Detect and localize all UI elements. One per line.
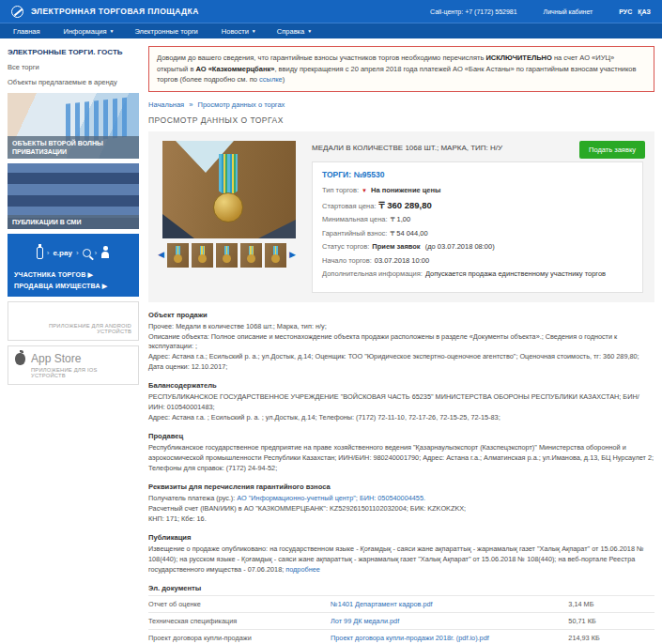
table-row: Техническая спецификация Лот 99 ДК медал…: [148, 612, 654, 629]
document-link[interactable]: №1401 Департамент кадров.pdf: [331, 600, 433, 608]
section-object: Объект продажи Прочее: Медали в количест…: [148, 311, 654, 374]
section-holder: Балансодержатель РЕСПУБЛИКАНСКОЕ ГОСУДАР…: [148, 381, 654, 423]
prev-photo-arrow[interactable]: ◀: [158, 251, 164, 259]
guide-seller-link[interactable]: ПРОДАВЦА ИМУЩЕСТВА ▶: [14, 283, 132, 290]
section-heading: Объект продажи: [148, 311, 654, 319]
site-logo-icon[interactable]: [11, 6, 23, 18]
arrow-right-icon: ›: [47, 249, 50, 257]
torgi-number: ТОРГИ: №95530: [322, 170, 633, 179]
lang-kaz-link[interactable]: ҚАЗ: [638, 8, 651, 15]
photo-thumbnails: ◀ ▶: [158, 243, 300, 268]
lot-title: МЕДАЛИ В КОЛИЧЕСТВЕ 1068 ШТ.; МАРКА, ТИП…: [312, 143, 568, 153]
photo-thumbnail[interactable]: [265, 243, 286, 268]
lot-photo[interactable]: [162, 141, 296, 238]
table-row: Отчет об оценке №1401 Департамент кадров…: [148, 595, 654, 612]
medal-ribbon: [219, 154, 238, 197]
call-center-text: Call-центр: +7 (7172) 552981: [430, 8, 517, 15]
document-link[interactable]: Проект договора купли-продажи 2018г. (pd…: [331, 634, 489, 642]
start-price-row: Стартовая цена:₸ 360 289,80: [322, 200, 633, 210]
section-heading: Балансодержатель: [148, 381, 654, 390]
winner-person-icon: [100, 246, 110, 259]
chevron-down-icon: ▼: [307, 28, 312, 34]
photo-thumbnail[interactable]: [167, 243, 189, 268]
personal-cabinet-link[interactable]: Личный кабинет: [544, 8, 593, 15]
epay-logo: e.pay: [53, 249, 71, 257]
publication-more-link[interactable]: подробнее: [285, 565, 320, 574]
breadcrumb-home-link[interactable]: Начальная: [148, 100, 184, 109]
torgi-type-row: Тип торгов:▼На понижение цены: [322, 186, 633, 194]
guide-bidder-link[interactable]: УЧАСТНИКА ТОРГОВ ▶: [14, 271, 132, 279]
page-title: ПРОСМОТР ДАННЫХ О ТОРГАХ: [148, 115, 654, 125]
main-nav: Главная Информация▼ Электронные торги Но…: [0, 23, 662, 38]
sidebar-item-rent-objects[interactable]: Объекты предлагаемые в аренду: [8, 78, 139, 86]
section-seller: Продавец Республиканское государственное…: [148, 432, 654, 474]
nav-item-information[interactable]: Информация▼: [64, 27, 115, 36]
notice-link[interactable]: ссылке: [259, 75, 283, 84]
ios-app-label: ПРИЛОЖЕНИЕ ДЛЯ IOS УСТРОЙСТВ: [31, 367, 131, 378]
documents-table: Отчет об оценке №1401 Департамент кадров…: [148, 595, 654, 644]
torgi-info-box: ТОРГИ: №95530 Тип торгов:▼На понижение ц…: [312, 161, 643, 293]
photo-thumbnail[interactable]: [216, 243, 238, 268]
next-photo-arrow[interactable]: ▶: [289, 251, 296, 259]
epay-instruction-banner: › e.pay › › УЧАСТНИКА ТОРГОВ ▶ ПРОДАВЦА …: [8, 234, 139, 297]
nav-item-home[interactable]: Главная: [13, 27, 43, 36]
breadcrumb: Начальная » Просмотр данных о торгах: [148, 100, 654, 109]
section-heading: Публикация: [148, 533, 654, 542]
banner-media-publications[interactable]: ПУБЛИКАЦИИ В СМИ: [8, 163, 139, 229]
apple-logo-icon: [15, 353, 25, 365]
guarantee-notice: Доводим до вашего сведения, что гарантий…: [148, 46, 654, 92]
chevron-down-icon: ▼: [109, 28, 114, 34]
table-row: Проект договора купли-продажи Проект дог…: [148, 629, 654, 644]
sidebar: ЭЛЕКТРОННЫЕ ТОРГИ. ГОСТЬ Все торги Объек…: [8, 46, 139, 644]
additional-info-row: Дополнительная информация:Допускается пр…: [322, 269, 633, 278]
photo-thumbnail[interactable]: [192, 243, 213, 268]
auction-card: ◀ ▶ МЕДАЛИ В КОЛИЧЕСТВЕ 1068 ШТ.; МАРКА,…: [148, 131, 654, 302]
medal-disc: [213, 192, 243, 222]
android-app-label: ПРИЛОЖЕНИЕ ДЛЯ ANDROID УСТРОЙСТВ: [15, 323, 131, 334]
main-content: Доводим до вашего сведения, что гарантий…: [148, 46, 654, 644]
chevron-down-icon: ▼: [252, 28, 256, 34]
section-heading: Реквизиты для перечисления гарантийного …: [148, 483, 654, 491]
nav-item-help[interactable]: Справка▼: [277, 27, 312, 36]
breadcrumb-current-link[interactable]: Просмотр данных о торгах: [198, 100, 285, 109]
banner-media-caption: ПУБЛИКАЦИИ В СМИ: [8, 215, 139, 229]
banner-privatization-caption: ОБЪЕКТЫ ВТОРОЙ ВОЛНЫ ПРИВАТИЗАЦИИ: [8, 136, 139, 159]
min-price-row: Минимальная цена:₸ 1,00: [322, 215, 633, 223]
usb-token-icon: [37, 247, 43, 259]
site-header: ЭЛЕКТРОННАЯ ТОРГОВАЯ ПЛОЩАДКА Call-центр…: [0, 0, 662, 38]
section-publication: Публикация Извещение о продаже опубликов…: [148, 533, 654, 575]
section-heading: Продавец: [148, 432, 654, 440]
section-requisites: Реквизиты для перечисления гарантийного …: [148, 483, 654, 525]
nav-item-etorgi[interactable]: Электронные торги: [134, 27, 200, 36]
sidebar-heading: ЭЛЕКТРОННЫЕ ТОРГИ. ГОСТЬ: [8, 48, 139, 56]
payee-link[interactable]: АО "Информационно-учетный центр"; БИН: 0…: [237, 494, 425, 502]
arrow-right-icon: ›: [76, 249, 79, 257]
photo-thumbnail[interactable]: [240, 243, 262, 268]
section-heading: Эл. документы: [148, 584, 654, 592]
start-time-row: Начало торгов:03.07.2018 10:00: [322, 256, 633, 265]
arrow-right-icon: ›: [95, 249, 98, 257]
lang-rus-link[interactable]: РУС: [619, 8, 632, 15]
apply-button[interactable]: Подать заявку: [579, 141, 645, 159]
appstore-title: App Store: [31, 352, 81, 365]
document-link[interactable]: Лот 99 ДК медали.pdf: [331, 617, 399, 625]
nav-item-news[interactable]: Новости▼: [222, 27, 256, 36]
deposit-row: Гарантийный взнос:₸ 54 044,00: [322, 229, 633, 238]
down-arrow-icon: ▼: [362, 188, 367, 193]
android-app-banner[interactable]: ПРИЛОЖЕНИЕ ДЛЯ ANDROID УСТРОЙСТВ: [8, 301, 139, 341]
status-row: Статус торгов:Прием заявок (до 03.07.201…: [322, 242, 633, 251]
banner-privatization[interactable]: ОБЪЕКТЫ ВТОРОЙ ВОЛНЫ ПРИВАТИЗАЦИИ: [8, 93, 139, 159]
search-icon: [83, 249, 91, 257]
brand-title: ЭЛЕКТРОННАЯ ТОРГОВАЯ ПЛОЩАДКА: [31, 7, 199, 16]
appstore-banner[interactable]: App Store ПРИЛОЖЕНИЕ ДЛЯ IOS УСТРОЙСТВ: [8, 345, 139, 385]
sidebar-item-all-torgi[interactable]: Все торги: [8, 63, 139, 71]
section-documents: Эл. документы Отчет об оценке №1401 Депа…: [148, 584, 654, 644]
